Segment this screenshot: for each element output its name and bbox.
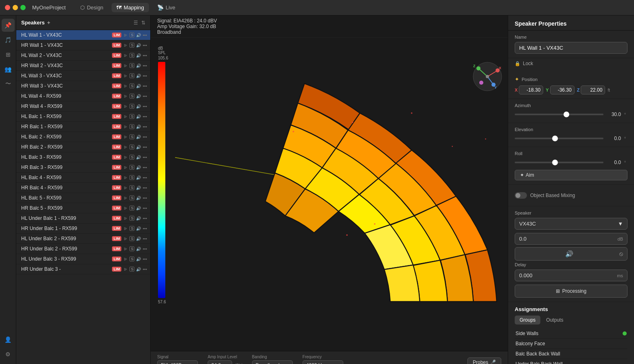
speaker-list-item[interactable]: HR Balc 5 - RX599 LIM ⫸ S 🔊 •••	[16, 203, 150, 213]
groups-tab[interactable]: Groups	[515, 316, 540, 325]
tab-mapping[interactable]: 🗺 Mapping	[112, 3, 149, 12]
more-icon[interactable]: •••	[143, 74, 147, 78]
more-icon[interactable]: •••	[143, 206, 147, 211]
name-input[interactable]	[515, 42, 627, 54]
frequency-dropdown[interactable]: 4000 Hz ▼	[303, 360, 343, 364]
speaker-list-item[interactable]: HR Under Balc 3 - LIM ⫸ S 🔊 •••	[16, 264, 150, 274]
more-icon[interactable]: •••	[143, 216, 147, 221]
more-icon[interactable]: •••	[143, 226, 147, 231]
speaker-controls: ⫸ S 🔊 •••	[124, 134, 147, 139]
azimuth-slider-container[interactable]	[515, 110, 603, 118]
probes-button[interactable]: Probes 🎤	[467, 357, 501, 364]
speaker-list-item[interactable]: HR Wall 3 - VX43C LIM ⫸ S 🔊 •••	[16, 81, 150, 91]
x-value-input[interactable]	[519, 86, 543, 94]
y-value-input[interactable]	[550, 86, 575, 94]
elevation-slider-thumb[interactable]	[552, 136, 558, 141]
more-icon[interactable]: •••	[143, 257, 147, 261]
close-button[interactable]	[5, 5, 10, 10]
toolbar-people-icon[interactable]: 👥	[2, 63, 15, 76]
panel-title: Speaker Properties	[515, 20, 627, 27]
speaker-list-item[interactable]: HL Wall 1 - VX43C LIM ⫸ S 🔊 •••	[16, 30, 150, 40]
speaker-list-item[interactable]: HL Wall 2 - VX43C LIM ⫸ S 🔊 •••	[16, 50, 150, 61]
aim-button[interactable]: ✦ Aim	[515, 170, 627, 180]
more-icon[interactable]: •••	[143, 186, 147, 190]
processing-button[interactable]: ⊞ Processing	[515, 285, 627, 298]
more-icon[interactable]: •••	[143, 155, 147, 160]
banding-dropdown[interactable]: Broadband ▼	[252, 360, 293, 364]
speaker-list-item[interactable]: HL Balc 4 - RX599 LIM ⫸ S 🔊 •••	[16, 173, 150, 183]
more-icon[interactable]: •••	[143, 84, 147, 88]
more-icon[interactable]: •••	[143, 33, 147, 37]
more-icon[interactable]: •••	[143, 175, 147, 180]
more-icon[interactable]: •••	[143, 94, 147, 99]
more-icon[interactable]: •••	[143, 125, 147, 129]
speaker-list-item[interactable]: HL Wall 3 - VX43C LIM ⫸ S 🔊 •••	[16, 71, 150, 81]
more-icon[interactable]: •••	[143, 247, 147, 251]
speaker-list-item[interactable]: HR Wall 1 - VX43C LIM ⫸ S 🔊 •••	[16, 40, 150, 50]
more-icon[interactable]: •••	[143, 64, 147, 68]
azimuth-slider-thumb[interactable]	[564, 112, 569, 117]
fan-visualization[interactable]	[175, 38, 508, 351]
speaker-list-item[interactable]: HR Balc 3 - RX599 LIM ⫸ S 🔊 •••	[16, 162, 150, 173]
speaker-list-item[interactable]: HR Under Balc 1 - RX599 LIM ⫸ S 🔊 •••	[16, 224, 150, 234]
assignment-item[interactable]: Balcony Face	[515, 339, 627, 349]
speaker-list-item[interactable]: HL Balc 3 - RX599 LIM ⫸ S 🔊 •••	[16, 152, 150, 162]
speaker-list-item[interactable]: HR Balc 2 - RX599 LIM ⫸ S 🔊 •••	[16, 142, 150, 152]
assignment-item[interactable]: Under Balc Back Wall	[515, 359, 627, 364]
speaker-list-item[interactable]: HR Wall 2 - VX43C LIM ⫸ S 🔊 •••	[16, 61, 150, 71]
more-icon[interactable]: •••	[143, 165, 147, 170]
list-icon[interactable]: ☰	[134, 20, 138, 26]
speaker-list-item[interactable]: HR Balc 1 - RX599 LIM ⫸ S 🔊 •••	[16, 122, 150, 132]
speaker-list-item[interactable]: HL Under Balc 2 - RX599 LIM ⫸ S 🔊 •••	[16, 234, 150, 244]
assignment-item[interactable]: Side Walls	[515, 329, 627, 339]
toolbar-settings-icon[interactable]: ⚙	[2, 348, 15, 361]
speaker-list-item[interactable]: HR Under Balc 2 - RX599 LIM ⫸ S 🔊 •••	[16, 244, 150, 254]
more-icon[interactable]: •••	[143, 43, 147, 48]
speaker-list-item[interactable]: HL Balc 5 - RX599 LIM ⫸ S 🔊 •••	[16, 193, 150, 203]
more-icon[interactable]: •••	[143, 135, 147, 139]
outputs-tab[interactable]: Outputs	[541, 316, 568, 325]
toolbar-cube-icon[interactable]: 🎵	[2, 33, 15, 46]
object-mixing-toggle[interactable]	[515, 192, 527, 199]
3d-viewport[interactable]: dB SPL 105.6 57.6	[151, 38, 508, 351]
phase-button[interactable]: ⦸	[619, 250, 623, 257]
signal-dropdown[interactable]: EIA-426B ▼	[157, 360, 198, 364]
tab-design[interactable]: ⬡ Design	[75, 3, 108, 12]
speaker-list-item[interactable]: HL Balc 2 - RX599 LIM ⫸ S 🔊 •••	[16, 132, 150, 142]
speaker-select-section: Speaker VX43C ▼ 0.0 dB 🔊 ⦸	[508, 206, 634, 302]
toolbar-user-icon[interactable]: 👤	[2, 333, 15, 346]
add-speaker-button[interactable]: +	[47, 20, 50, 26]
roll-slider-thumb[interactable]	[552, 160, 558, 165]
roll-slider-container[interactable]	[515, 158, 603, 167]
toolbar-wave-icon[interactable]: 〜	[2, 77, 15, 90]
toolbar-grid-icon[interactable]: ⊞	[2, 48, 15, 61]
more-icon[interactable]: •••	[143, 145, 147, 149]
speaker-type-dropdown[interactable]: VX43C ▼	[515, 218, 627, 230]
assignment-item[interactable]: Balc Back Back Wall	[515, 349, 627, 359]
more-icon[interactable]: •••	[143, 53, 147, 58]
eq-icon: ⫸	[124, 74, 128, 78]
more-icon[interactable]: •••	[143, 267, 147, 272]
minimize-button[interactable]	[13, 5, 18, 10]
speaker-list-item[interactable]: HL Under Balc 3 - RX599 LIM ⫸ S 🔊 •••	[16, 254, 150, 264]
delay-input[interactable]: 0.000 ms	[515, 270, 627, 281]
speaker-list-item[interactable]: HR Wall 4 - RX599 LIM ⫸ S 🔊 •••	[16, 101, 150, 112]
speaker-list-item[interactable]: HR Balc 4 - RX599 LIM ⫸ S 🔊 •••	[16, 183, 150, 193]
s-badge: S	[129, 246, 134, 251]
maximize-button[interactable]	[20, 5, 26, 10]
more-icon[interactable]: •••	[143, 237, 147, 241]
more-icon[interactable]: •••	[143, 104, 147, 109]
elevation-slider-container[interactable]	[515, 134, 603, 143]
toolbar-pin-icon[interactable]: 📌	[2, 19, 15, 32]
speaker-list-item[interactable]: HL Under Balc 1 - RX599 LIM ⫸ S 🔊 •••	[16, 213, 150, 224]
speaker-list-item[interactable]: HL Balc 1 - RX599 LIM ⫸ S 🔊 •••	[16, 112, 150, 122]
tab-live[interactable]: 📡 Live	[152, 3, 180, 12]
z-value-input[interactable]	[581, 86, 605, 94]
sort-icon[interactable]: ⇅	[141, 20, 145, 26]
amp-dropdown[interactable]: 24.0 ▼	[208, 360, 232, 364]
speaker-list-item[interactable]: HL Wall 4 - RX599 LIM ⫸ S 🔊 •••	[16, 91, 150, 101]
elevation-slider-track	[515, 138, 603, 139]
more-icon[interactable]: •••	[143, 196, 147, 200]
signal-line1: Signal: EIA426B : 24.0 dBV	[157, 18, 501, 24]
more-icon[interactable]: •••	[143, 114, 147, 119]
